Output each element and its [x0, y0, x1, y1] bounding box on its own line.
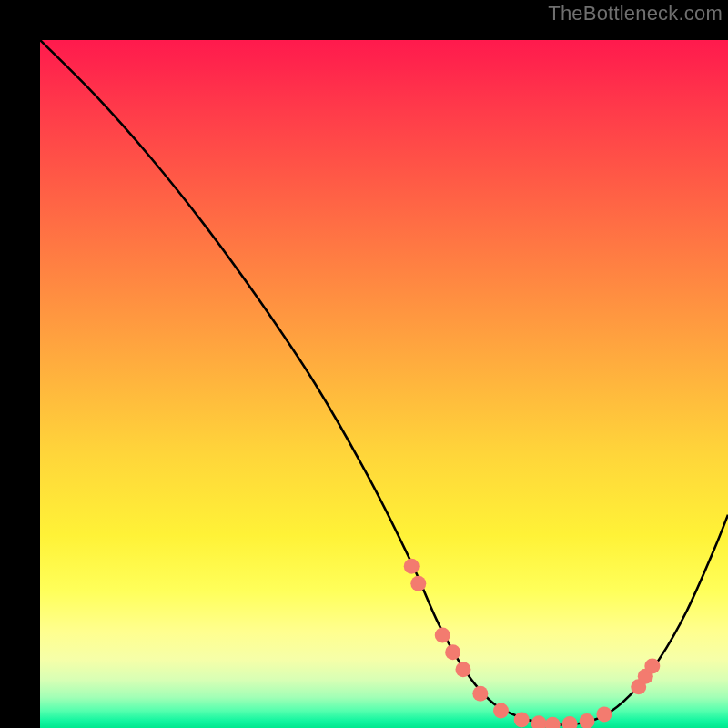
data-dot: [596, 706, 612, 722]
data-dot: [435, 627, 450, 642]
data-dot: [455, 662, 470, 677]
data-dot: [493, 703, 509, 719]
data-dot: [404, 559, 420, 574]
bottleneck-curve-svg: [40, 40, 728, 728]
plot-area: [40, 40, 728, 728]
data-dot: [472, 686, 488, 702]
bottleneck-curve: [40, 40, 728, 724]
chart-frame: [20, 20, 708, 708]
data-dot: [410, 576, 426, 592]
data-dot: [531, 715, 547, 728]
watermark-text: TheBottleneck.com: [548, 2, 723, 25]
data-dot: [580, 713, 595, 728]
data-dot: [445, 644, 460, 660]
data-dot: [644, 658, 660, 673]
data-dot: [562, 716, 578, 728]
data-dot: [514, 712, 530, 727]
data-dot: [545, 717, 561, 728]
